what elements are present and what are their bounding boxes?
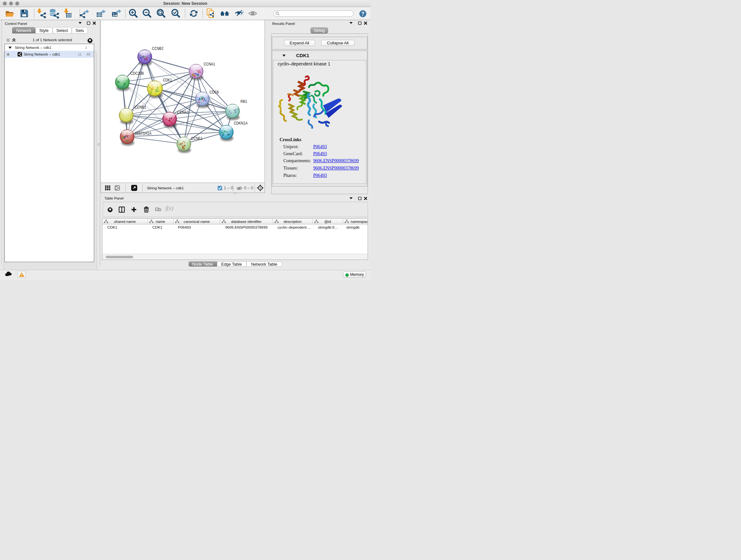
svg-text:CCNE1: CCNE1 — [191, 136, 202, 141]
svg-text:RB1: RB1 — [240, 99, 247, 104]
svg-text:CDC6: CDC6 — [209, 90, 219, 95]
svg-text:CCNB1: CCNB1 — [135, 105, 146, 110]
svg-text:CCNA2: CCNA2 — [177, 110, 189, 115]
svg-text:CCNA1: CCNA1 — [204, 62, 215, 66]
svg-text:CDKN1A: CDKN1A — [233, 121, 248, 125]
svg-text:CDK1: CDK1 — [163, 78, 172, 82]
svg-text:?: ? — [361, 11, 364, 16]
svg-text:CCNB2: CCNB2 — [152, 46, 163, 51]
svg-text:HIST1H1A: HIST1H1A — [135, 131, 151, 136]
svg-text:CDC25B: CDC25B — [130, 71, 144, 76]
